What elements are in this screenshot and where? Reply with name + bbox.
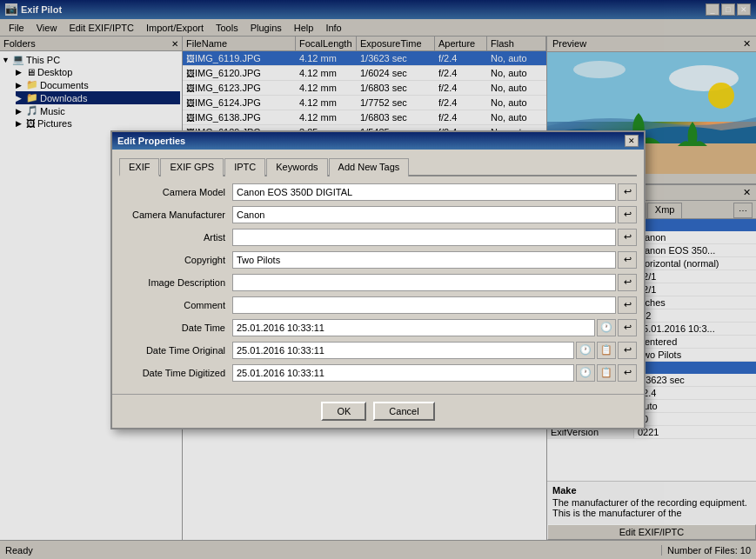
dialog-titlebar: Edit Properties ✕ <box>112 132 644 150</box>
field-label: Comment <box>119 300 232 310</box>
ok-button[interactable]: OK <box>321 402 366 421</box>
dialog-tabs: EXIF EXIF GPS IPTC Keywords Add New Tags <box>119 156 637 176</box>
dialog-close-button[interactable]: ✕ <box>625 135 639 147</box>
field-input[interactable] <box>232 206 616 223</box>
form-row-5: Comment ↩ <box>119 296 637 314</box>
reset-button[interactable]: ↩ <box>618 342 637 359</box>
field-input-group: 🕐↩ <box>232 319 637 336</box>
copy-button[interactable]: 📋 <box>597 342 616 359</box>
field-input-group: 🕐📋↩ <box>232 342 637 359</box>
clock-button[interactable]: 🕐 <box>576 364 595 382</box>
clock-button[interactable]: 🕐 <box>576 342 595 359</box>
form-row-8: Date Time Digitized 🕐📋↩ <box>119 364 637 382</box>
dialog-tab-exif-gps[interactable]: EXIF GPS <box>160 158 224 176</box>
form-row-2: Artist ↩ <box>119 229 637 246</box>
form-row-4: Image Description ↩ <box>119 274 637 291</box>
reset-button[interactable]: ↩ <box>618 183 637 201</box>
reset-button[interactable]: ↩ <box>618 319 637 336</box>
form-row-3: Copyright ↩ <box>119 251 637 269</box>
reset-button[interactable]: ↩ <box>618 206 637 223</box>
field-label: Date Time Digitized <box>119 368 232 378</box>
reset-button[interactable]: ↩ <box>618 274 637 291</box>
field-input[interactable] <box>232 364 574 382</box>
reset-button[interactable]: ↩ <box>618 296 637 314</box>
field-input[interactable] <box>232 183 616 201</box>
field-label: Camera Manufacturer <box>119 210 232 220</box>
field-input-group: ↩ <box>232 274 637 291</box>
dialog-tab-exif[interactable]: EXIF <box>119 158 159 176</box>
copy-button[interactable]: 📋 <box>597 364 616 382</box>
field-label: Image Description <box>119 277 232 288</box>
field-label: Date Time <box>119 323 232 333</box>
field-input[interactable] <box>232 274 616 291</box>
field-input[interactable] <box>232 296 616 314</box>
field-input-group: ↩ <box>232 206 637 223</box>
edit-properties-dialog: Edit Properties ✕ EXIF EXIF GPS IPTC Key… <box>110 130 646 429</box>
field-label: Copyright <box>119 255 232 265</box>
modal-overlay: Edit Properties ✕ EXIF EXIF GPS IPTC Key… <box>0 0 756 559</box>
dialog-footer: OK Cancel <box>112 394 644 428</box>
field-input-group: ↩ <box>232 229 637 246</box>
form-row-0: Camera Model ↩ <box>119 183 637 201</box>
field-input[interactable] <box>232 319 595 336</box>
field-input[interactable] <box>232 229 616 246</box>
form-row-1: Camera Manufacturer ↩ <box>119 206 637 223</box>
clock-button[interactable]: 🕐 <box>597 319 616 336</box>
dialog-title: Edit Properties <box>117 136 185 146</box>
cancel-button[interactable]: Cancel <box>373 402 434 421</box>
reset-button[interactable]: ↩ <box>618 229 637 246</box>
field-input-group: ↩ <box>232 251 637 269</box>
field-input[interactable] <box>232 342 574 359</box>
field-label: Artist <box>119 232 232 243</box>
dialog-tab-add-new-tags[interactable]: Add New Tags <box>329 158 410 176</box>
dialog-tab-iptc[interactable]: IPTC <box>224 158 265 176</box>
dialog-body: EXIF EXIF GPS IPTC Keywords Add New Tags… <box>112 150 644 394</box>
reset-button[interactable]: ↩ <box>618 364 637 382</box>
field-label: Date Time Original <box>119 345 232 356</box>
dialog-tab-keywords[interactable]: Keywords <box>266 158 327 176</box>
field-input-group: ↩ <box>232 183 637 201</box>
form-row-6: Date Time 🕐↩ <box>119 319 637 336</box>
field-label: Camera Model <box>119 187 232 197</box>
reset-button[interactable]: ↩ <box>618 251 637 269</box>
field-input[interactable] <box>232 251 616 269</box>
form-row-7: Date Time Original 🕐📋↩ <box>119 342 637 359</box>
field-input-group: ↩ <box>232 296 637 314</box>
dialog-form: Camera Model ↩ Camera Manufacturer ↩ Art… <box>119 183 637 382</box>
field-input-group: 🕐📋↩ <box>232 364 637 382</box>
